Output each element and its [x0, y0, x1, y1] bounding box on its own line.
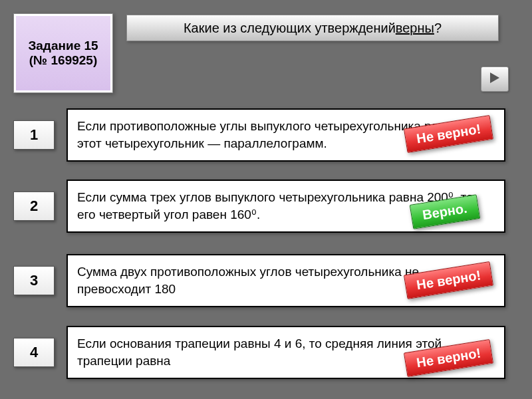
question-bar: Какие из следующих утверждений верны ?	[126, 15, 499, 41]
question-underlined: верны	[396, 21, 434, 36]
question-prefix: Какие из следующих утверждений	[184, 21, 396, 36]
option-number-2[interactable]: 2	[13, 192, 55, 221]
question-suffix: ?	[434, 21, 442, 36]
option-number-3[interactable]: 3	[13, 266, 55, 295]
svg-marker-0	[490, 72, 499, 83]
option-number-4[interactable]: 4	[13, 338, 55, 367]
task-title-line2: (№ 169925)	[29, 53, 98, 68]
next-arrow-button[interactable]	[481, 66, 509, 92]
option-number-1[interactable]: 1	[13, 120, 55, 150]
arrow-right-icon	[488, 71, 501, 87]
task-title-line1: Задание 15	[28, 39, 98, 53]
task-box: Задание 15 (№ 169925)	[13, 13, 113, 93]
